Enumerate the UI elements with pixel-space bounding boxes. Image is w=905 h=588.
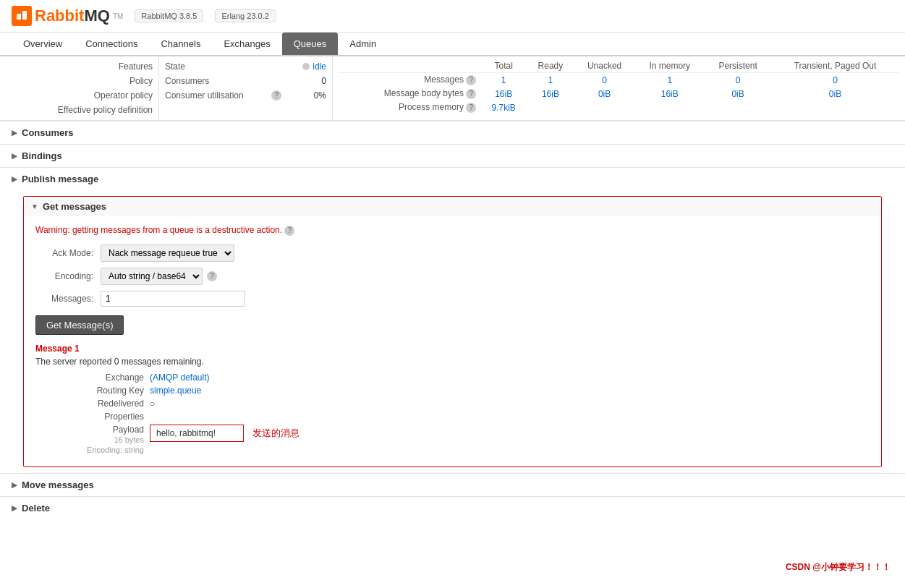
effective-policy-row: Effective policy definition: [0, 103, 158, 117]
bindings-header[interactable]: ▶ Bindings: [0, 145, 905, 167]
messages-memory: 1: [634, 73, 705, 88]
body-bytes-row: Message body bytes ? 16iB 16iB 0iB 16iB …: [339, 87, 899, 101]
messages-count-label: Messages:: [35, 294, 93, 304]
logo-text: RabbitMQ: [35, 7, 110, 25]
routing-key-detail: Routing Key simple.queue: [64, 385, 870, 396]
get-messages-container: ▼ Get messages Warning: getting messages…: [12, 196, 893, 467]
body-bytes-total: 16iB: [480, 87, 527, 101]
delete-title: Delete: [22, 503, 50, 514]
process-memory-label: Process memory ?: [339, 101, 480, 114]
consumer-util-label: Consumer utilisation: [165, 90, 244, 101]
publish-message-section: ▶ Publish message: [0, 167, 905, 190]
get-messages-section: ▼ Get messages Warning: getting messages…: [23, 196, 882, 467]
routing-key-value: simple.queue: [150, 385, 201, 396]
nav-connections[interactable]: Connections: [74, 33, 149, 55]
nav-bar: Overview Connections Channels Exchanges …: [0, 33, 905, 56]
state-label: State: [165, 61, 185, 72]
body-bytes-help[interactable]: ?: [466, 89, 476, 99]
logo-tm: TM: [113, 12, 123, 20]
get-messages-header[interactable]: ▼ Get messages: [24, 197, 881, 216]
ack-mode-select[interactable]: Nack message requeue true: [101, 244, 234, 262]
payload-encoding: Encoding: string: [87, 446, 144, 454]
operator-policy-row: Operator policy: [0, 88, 158, 103]
features-row: Features: [0, 59, 158, 74]
version1-badge: RabbitMQ 3.8.5: [135, 9, 203, 22]
body-bytes-label: Message body bytes ?: [339, 87, 480, 101]
nav-exchanges[interactable]: Exchanges: [212, 33, 281, 55]
redelivered-label: Redelivered: [64, 399, 144, 409]
publish-message-arrow: ▶: [12, 175, 17, 183]
col-header-blank: [339, 59, 480, 73]
redelivered-value: ○: [150, 399, 155, 409]
nav-admin[interactable]: Admin: [338, 33, 388, 55]
process-memory-transient: [771, 101, 899, 114]
nav-channels[interactable]: Channels: [149, 33, 212, 55]
consumers-label: Consumers: [165, 76, 209, 86]
process-memory-unacked: [574, 101, 635, 114]
consumers-row: Consumers 0: [159, 74, 332, 88]
bindings-section: ▶ Bindings: [0, 144, 905, 167]
logo: RabbitMQ TM: [12, 6, 123, 26]
nav-queues[interactable]: Queues: [282, 33, 339, 55]
move-messages-arrow: ▶: [12, 481, 17, 489]
messages-row: Messages ? 1 1 0 1 0 0: [339, 73, 899, 88]
payload-content-area: hello, rabbitmq! 发送的消息: [150, 425, 299, 442]
exchange-label: Exchange: [64, 372, 144, 383]
effective-policy-label: Effective policy definition: [58, 105, 153, 115]
consumers-title: Consumers: [22, 127, 74, 138]
process-memory-row: Process memory ? 9.7kiB: [339, 101, 899, 114]
col-header-persistent: Persistent: [705, 59, 771, 73]
exchange-detail: Exchange (AMQP default): [64, 372, 870, 383]
properties-label: Properties: [64, 412, 144, 422]
message-result: Message 1 The server reported 0 messages…: [35, 344, 870, 455]
info-right: Total Ready Unacked In memory Persistent…: [333, 56, 905, 120]
body-bytes-memory: 16iB: [634, 87, 705, 101]
info-left: Features Policy Operator policy Effectiv…: [0, 56, 159, 120]
svg-rect-0: [17, 14, 21, 20]
col-header-unacked: Unacked: [574, 59, 635, 73]
delete-arrow: ▶: [12, 504, 17, 512]
state-row: State idle: [159, 59, 332, 74]
messages-count-input[interactable]: [101, 291, 245, 307]
consumers-arrow: ▶: [12, 129, 17, 137]
payload-label: Payload 16 bytes Encoding: string: [64, 425, 144, 455]
bindings-arrow: ▶: [12, 152, 17, 160]
chinese-annotation: 发送的消息: [252, 427, 299, 440]
messages-total: 1: [480, 73, 527, 88]
info-section: Features Policy Operator policy Effectiv…: [0, 56, 905, 121]
idle-badge: [302, 63, 310, 70]
process-memory-memory: [634, 101, 705, 114]
consumers-header[interactable]: ▶ Consumers: [0, 122, 905, 144]
move-messages-header[interactable]: ▶ Move messages: [0, 474, 905, 496]
get-messages-title: Get messages: [43, 201, 106, 212]
properties-detail: Properties: [64, 412, 870, 422]
consumer-util-value: 0%: [314, 90, 326, 101]
warning-help[interactable]: ?: [284, 226, 294, 236]
process-memory-persistent: [705, 101, 771, 114]
operator-policy-label: Operator policy: [94, 90, 153, 101]
info-mid: State idle Consumers 0 Consumer utilisat…: [159, 56, 333, 120]
payload-size: 16 bytes: [114, 435, 144, 444]
process-memory-total: 9.7kiB: [480, 101, 527, 114]
encoding-label: Encoding:: [35, 271, 93, 281]
encoding-row: Encoding: Auto string / base64 ?: [35, 268, 870, 285]
svg-rect-1: [22, 11, 27, 20]
messages-unacked: 0: [574, 73, 635, 88]
nav-overview[interactable]: Overview: [12, 33, 74, 55]
state-value: idle: [313, 61, 326, 72]
consumer-util-help[interactable]: ?: [271, 90, 281, 101]
ack-mode-row: Ack Mode: Nack message requeue true: [35, 244, 870, 262]
bindings-title: Bindings: [22, 150, 62, 161]
publish-message-header[interactable]: ▶ Publish message: [0, 168, 905, 190]
encoding-select[interactable]: Auto string / base64: [101, 268, 203, 285]
messages-ready: 1: [527, 73, 574, 88]
messages-help[interactable]: ?: [466, 75, 476, 85]
delete-header[interactable]: ▶ Delete: [0, 497, 905, 519]
payload-label-text: Payload: [113, 425, 144, 435]
policy-label: Policy: [129, 76, 153, 86]
col-header-transient: Transient, Paged Out: [771, 59, 899, 73]
get-messages-button[interactable]: Get Message(s): [35, 315, 124, 335]
payload-content-box: hello, rabbitmq!: [150, 425, 244, 442]
process-memory-help[interactable]: ?: [466, 103, 476, 113]
encoding-help[interactable]: ?: [207, 271, 217, 281]
